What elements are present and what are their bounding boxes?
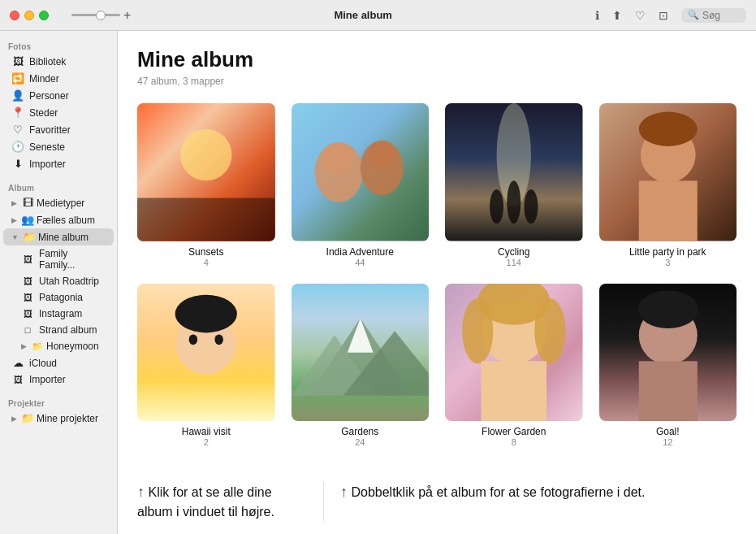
sidebar-label-steder: Steder: [29, 107, 58, 119]
svg-point-6: [323, 144, 354, 175]
sidebar-item-steder[interactable]: 📍 Steder: [3, 104, 114, 121]
sidebar-label-icloud: iCloud: [29, 358, 57, 369]
album-count-sunsets: 4: [204, 258, 209, 267]
traffic-lights: [10, 11, 49, 20]
album-name-goal: Goal!: [656, 426, 680, 437]
medietyper-icon: 🎞: [21, 197, 34, 209]
sidebar-item-personer[interactable]: 👤 Personer: [3, 87, 114, 104]
sidebar-item-faelles[interactable]: ▶ 👥 Fælles album: [3, 211, 114, 228]
album-thumb-party: [599, 103, 737, 241]
mine-projekter-chevron: ▶: [11, 415, 17, 423]
svg-rect-2: [137, 198, 275, 241]
search-input[interactable]: [702, 10, 747, 21]
sidebar-label-favoritter: Favoritter: [29, 124, 71, 136]
album-count-gardens: 24: [355, 437, 365, 447]
sidebar-item-favoritter[interactable]: ♡ Favoritter: [3, 121, 114, 138]
album-name-flower: Flower Garden: [482, 426, 546, 437]
sidebar-label-minder: Minder: [29, 73, 59, 85]
sidebar-label-patagonia: Patagonia: [39, 292, 83, 303]
sidebar-item-mine-projekter[interactable]: ▶ 📁 Mine projekter: [3, 410, 114, 427]
patagonia-icon: 🖼: [21, 293, 34, 302]
album-item-gardens[interactable]: Gardens 24: [292, 284, 430, 448]
album-thumb-flower: [445, 284, 583, 422]
search-box[interactable]: 🔍: [681, 8, 746, 23]
sidebar-item-importer-top[interactable]: ⬇ Importer: [3, 155, 114, 172]
sidebar-item-instagram[interactable]: 🖼 Instagram: [3, 306, 114, 322]
svg-rect-16: [638, 180, 697, 241]
zoom-plus-button[interactable]: +: [123, 8, 131, 23]
annotation-area: ↑ Klik for at se alle dine album i vindu…: [118, 469, 756, 534]
sidebar-label-utah: Utah Roadtrip: [39, 276, 99, 287]
album-item-cycling[interactable]: Cycling 114: [445, 103, 583, 267]
zoom-slider[interactable]: +: [71, 8, 131, 23]
sidebar-label-medietyper: Medietyper: [37, 198, 84, 209]
maximize-button[interactable]: [39, 11, 49, 20]
album-item-flower[interactable]: Flower Garden 8: [445, 284, 583, 448]
sidebar-item-importer-bottom[interactable]: 🖼 Importer: [3, 371, 114, 388]
sidebar-item-medietyper[interactable]: ▶ 🎞 Medietyper: [3, 194, 114, 211]
album-item-sunsets[interactable]: Sunsets 4: [137, 103, 275, 267]
search-icon: 🔍: [688, 10, 699, 20]
sidebar-label-mine-album: Mine album: [38, 232, 89, 243]
album-item-india[interactable]: India Adventure 44: [292, 103, 430, 267]
importer-bottom-icon: 🖼: [11, 375, 24, 384]
page-subtitle: 47 album, 3 mapper: [137, 76, 737, 87]
minder-icon: 🔁: [11, 72, 24, 85]
close-button[interactable]: [10, 11, 19, 20]
icloud-icon: ☁: [11, 357, 24, 369]
steder-icon: 📍: [11, 106, 24, 119]
album-name-party: Little party in park: [629, 246, 706, 258]
bibliotek-icon: 🖼: [11, 55, 24, 67]
album-item-goal[interactable]: Goal! 12: [599, 284, 737, 448]
album-thumb-india: [292, 103, 430, 241]
heart-icon[interactable]: ♡: [635, 9, 646, 22]
annotation-right-text: Dobbeltklik på et album for at se fotogr…: [351, 485, 645, 499]
svg-rect-36: [638, 361, 697, 421]
sidebar-item-seneste[interactable]: 🕐 Seneste: [3, 138, 114, 155]
svg-point-15: [638, 112, 697, 146]
sidebar-item-mine-album[interactable]: ▼ 📁 Mine album: [3, 228, 114, 245]
svg-point-11: [507, 180, 521, 224]
annotation-left-arrow: ↑: [137, 484, 145, 500]
album-name-sunsets: Sunsets: [188, 246, 223, 258]
sidebar-label-mine-projekter: Mine projekter: [37, 413, 98, 424]
svg-point-35: [637, 290, 698, 328]
sidebar-label-instagram: Instagram: [39, 308, 82, 319]
minimize-button[interactable]: [24, 11, 34, 20]
sidebar-item-patagonia[interactable]: 🖼 Patagonia: [3, 289, 114, 306]
sidebar-item-icloud[interactable]: ☁ iCloud: [3, 354, 114, 371]
albums-grid: Sunsets 4: [137, 103, 737, 447]
svg-point-20: [189, 334, 198, 345]
svg-point-19: [175, 294, 237, 332]
strand-icon: □: [21, 325, 34, 335]
titlebar: + Mine album ℹ ⬆ ♡ ⊡ 🔍: [0, 0, 756, 31]
album-item-party[interactable]: Little party in park 3: [599, 103, 737, 267]
sidebar-section-album: Album: [0, 179, 117, 194]
sidebar-item-strand[interactable]: □ Strand album: [3, 322, 114, 338]
sidebar-item-bibliotek[interactable]: 🖼 Bibliotek: [3, 53, 114, 70]
mine-projekter-icon: 📁: [21, 412, 34, 424]
utah-icon: 🖼: [21, 276, 34, 286]
sidebar-item-family[interactable]: 🖼 Family Family...: [3, 245, 114, 273]
album-count-goal: 12: [663, 437, 672, 447]
sidebar-label-strand: Strand album: [39, 324, 97, 336]
sidebar-item-minder[interactable]: 🔁 Minder: [3, 70, 114, 87]
seneste-icon: 🕐: [11, 141, 24, 153]
annotation-left-text: Klik for at se alle dine album i vinduet…: [137, 485, 274, 518]
add-to-album-icon[interactable]: ⊡: [659, 9, 668, 22]
slider-thumb[interactable]: [96, 11, 106, 20]
info-icon[interactable]: ℹ: [595, 9, 599, 22]
sidebar: Fotos 🖼 Bibliotek 🔁 Minder 👤 Personer 📍 …: [0, 31, 118, 534]
sidebar-label-honeymoon: Honeymoon: [46, 341, 99, 352]
share-icon[interactable]: ⬆: [612, 9, 622, 22]
album-thumb-goal: [599, 284, 737, 422]
annotation-right: ↑ Dobbeltklik på et album for at se foto…: [324, 482, 737, 521]
personer-icon: 👤: [11, 89, 24, 102]
sidebar-label-personer: Personer: [29, 90, 69, 102]
sidebar-item-honeymoon[interactable]: ▶ 📁 Honeymoon: [3, 338, 114, 354]
album-name-hawaii: Hawaii visit: [182, 426, 231, 437]
annotation-right-arrow: ↑: [340, 484, 348, 500]
slider-track: [71, 14, 120, 16]
sidebar-item-utah[interactable]: 🖼 Utah Roadtrip: [3, 273, 114, 289]
album-item-hawaii[interactable]: Hawaii visit 2: [137, 284, 275, 448]
